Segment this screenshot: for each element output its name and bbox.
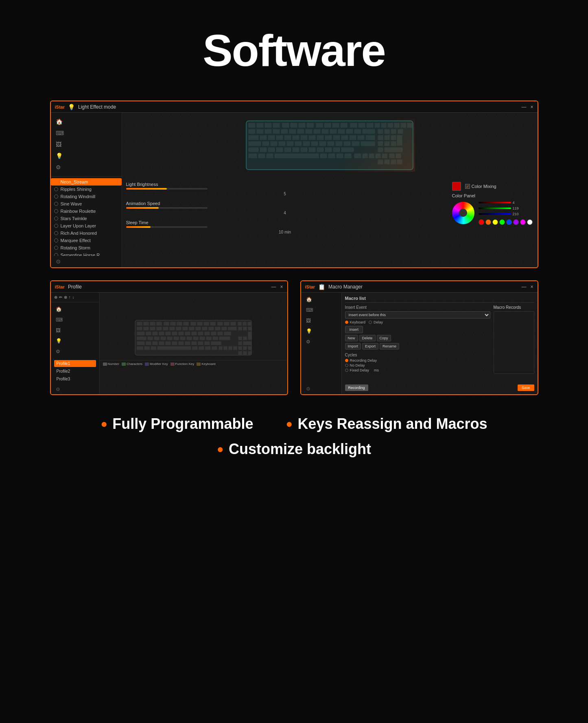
red-slider[interactable] <box>479 202 511 203</box>
color-wheel[interactable] <box>452 202 474 224</box>
sidebar-item-serpentine[interactable]: Serpentine Horse R... <box>51 251 122 256</box>
sidebar-settings-icon[interactable]: ⚙ <box>51 256 122 267</box>
green-slider[interactable] <box>479 208 511 209</box>
profile-item-3[interactable]: Profile3 <box>54 376 96 382</box>
svg-rect-64 <box>286 141 294 146</box>
macro-nav-light[interactable]: 💡 <box>301 326 341 336</box>
profile-settings[interactable]: ⚙ <box>51 384 99 395</box>
profile-item-1[interactable]: Profile1 <box>54 360 96 367</box>
legend-modifier-icon <box>145 363 149 366</box>
sidebar-item-rich-honored[interactable]: Rich And Honored <box>51 229 122 237</box>
light-brightness-slider[interactable] <box>126 188 208 190</box>
svg-rect-66 <box>303 141 310 146</box>
sidebar-item-stars-twinkle[interactable]: Stars Twinkle <box>51 215 122 222</box>
profile-icon-5[interactable]: ↓ <box>72 295 74 299</box>
cycle-fixed-delay: Fixed Delay ms <box>345 368 490 372</box>
sleep-time-slider[interactable] <box>126 226 208 228</box>
close-button[interactable]: × <box>530 104 533 110</box>
feature-backlight: ● Customize backlight <box>217 441 371 458</box>
sidebar-item-ripples-shining[interactable]: Ripples Shining <box>51 186 122 193</box>
sidebar-nav-gear[interactable]: ⚙ <box>51 162 122 173</box>
color-mixing-checkbox[interactable] <box>465 184 470 189</box>
swatch-orange[interactable] <box>485 219 491 225</box>
profile-icon-4[interactable]: ↑ <box>69 295 71 299</box>
swatch-pink[interactable] <box>520 219 526 225</box>
no-delay-radio[interactable] <box>345 364 348 367</box>
sidebar-item-neon-stream[interactable]: Neon_Stream <box>51 178 122 186</box>
brand-logo: iStar <box>55 105 65 109</box>
svg-rect-134 <box>163 327 168 330</box>
rename-button[interactable]: Rename <box>380 343 399 349</box>
swatch-red[interactable] <box>479 219 484 225</box>
import-button[interactable]: Import <box>345 343 361 349</box>
svg-rect-28 <box>297 129 304 134</box>
profile-nav-img[interactable]: 🖼 <box>51 325 99 336</box>
sidebar-nav-keyboard[interactable]: ⌨ <box>51 127 122 139</box>
svg-rect-61 <box>262 141 269 146</box>
profile-nav-home[interactable]: 🏠 <box>51 304 99 315</box>
macro-minimize[interactable]: — <box>521 284 526 290</box>
delay-radio[interactable] <box>369 321 372 324</box>
minimize-button[interactable]: — <box>521 104 526 110</box>
keyboard-area <box>126 117 533 174</box>
new-button[interactable]: New <box>345 335 358 341</box>
svg-rect-45 <box>284 135 291 140</box>
profile-body: ⊕ ✏ ⊗ ↑ ↓ 🏠 ⌨ 🖼 💡 ⚙ Profile1 <box>51 293 287 394</box>
macro-icon: 📋 <box>318 284 325 290</box>
profile-item-2[interactable]: Profile2 <box>54 368 96 375</box>
svg-rect-3 <box>264 123 272 128</box>
copy-button[interactable]: Copy <box>377 335 391 341</box>
window-body: 🏠 ⌨ 🖼 💡 ⚙ Neon_Stream Ripples Shining <box>51 113 538 267</box>
swatch-yellow[interactable] <box>492 219 498 225</box>
sidebar-item-rainbow-roulette[interactable]: Rainbow Roulette <box>51 208 122 215</box>
swatch-purple[interactable] <box>513 219 519 225</box>
svg-rect-142 <box>215 327 221 330</box>
macro-nav-home[interactable]: 🏠 <box>301 294 341 305</box>
svg-rect-5 <box>282 123 289 128</box>
export-button[interactable]: Export <box>362 343 378 349</box>
swatch-white[interactable] <box>527 219 533 225</box>
sidebar-nav-light[interactable]: 💡 <box>51 150 122 162</box>
recording-delay-radio[interactable] <box>345 359 348 362</box>
profile-close[interactable]: × <box>280 284 283 290</box>
insert-button[interactable]: Insert <box>345 326 363 333</box>
sidebar-item-marquee-effect[interactable]: Marquee Effect <box>51 237 122 244</box>
profile-nav-kb[interactable]: ⌨ <box>51 315 99 325</box>
svg-rect-144 <box>228 327 237 330</box>
swatch-green[interactable] <box>499 219 505 225</box>
macro-close[interactable]: × <box>530 284 533 290</box>
recording-button[interactable]: Recording <box>345 384 368 391</box>
save-button[interactable]: Save <box>518 384 534 391</box>
sidebar-item-rotating-windmill[interactable]: Rotating Windmill <box>51 193 122 200</box>
svg-rect-176 <box>238 336 242 340</box>
svg-rect-206 <box>248 346 252 350</box>
bullet-backlight: ● <box>217 443 224 456</box>
svg-rect-188 <box>204 341 210 345</box>
macro-nav-img[interactable]: 🖼 <box>301 315 341 326</box>
color-panel-body: 4 119 210 <box>452 201 533 225</box>
profile-nav-light[interactable]: 💡 <box>51 336 99 346</box>
profile-icon-1[interactable]: ⊕ <box>54 295 57 299</box>
fixed-delay-radio[interactable] <box>345 369 348 372</box>
svg-rect-85 <box>317 147 324 152</box>
profile-minimize[interactable]: — <box>271 284 276 290</box>
insert-event-select[interactable]: Insert event before this Insert event af… <box>345 311 490 319</box>
sidebar-item-sine-wave[interactable]: Sine Wave <box>51 200 122 208</box>
macro-nav-kb[interactable]: ⌨ <box>301 305 341 315</box>
sidebar-nav-home[interactable]: 🏠 <box>51 116 122 127</box>
profile-icon-3[interactable]: ⊗ <box>64 295 67 299</box>
macro-settings[interactable]: ⚙ <box>301 384 341 394</box>
sidebar-nav-image[interactable]: 🖼 <box>51 139 122 150</box>
recording-delay-label: Recording Delay <box>350 358 377 363</box>
profile-icon-2[interactable]: ✏ <box>59 295 62 299</box>
macro-nav-gear[interactable]: ⚙ <box>301 336 341 347</box>
sidebar-item-layer-upon-layer[interactable]: Layer Upon Layer <box>51 222 122 229</box>
profile-nav-gear[interactable]: ⚙ <box>51 346 99 357</box>
swatch-blue[interactable] <box>506 219 512 225</box>
color-swatch[interactable] <box>452 182 461 191</box>
sidebar-item-rotating-storm[interactable]: Rotating Storm <box>51 244 122 251</box>
animation-speed-slider[interactable] <box>126 207 208 209</box>
blue-slider[interactable] <box>479 213 511 215</box>
keyboard-radio[interactable] <box>345 321 348 324</box>
delete-button[interactable]: Delete <box>359 335 376 341</box>
